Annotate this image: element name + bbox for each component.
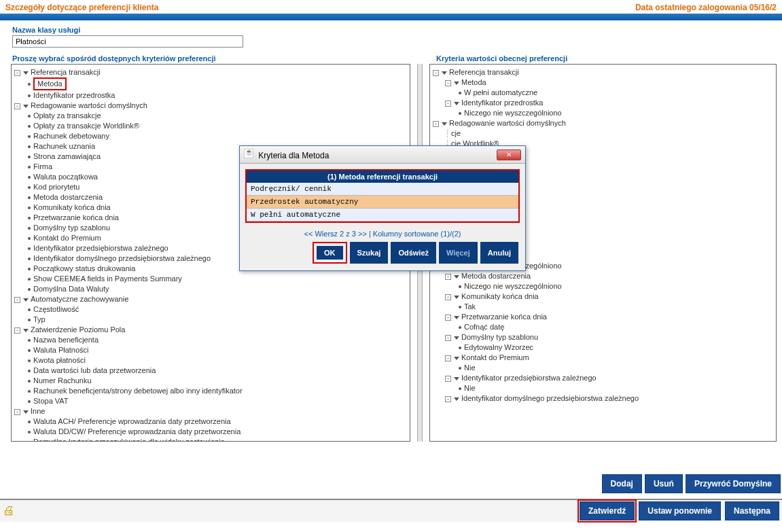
dialog-option[interactable]: Podręcznik/ cennik	[247, 183, 518, 196]
bullet-icon	[28, 258, 31, 260]
expand-icon[interactable]: -	[14, 409, 20, 415]
expand-icon[interactable]: -	[14, 70, 20, 76]
tree-node[interactable]: -Metoda dostarczenia	[430, 271, 776, 281]
tree-label: Identyfikator przedsiębiorstwa zależnego	[461, 374, 597, 382]
tree-label: Nie	[464, 363, 476, 372]
more-button[interactable]: Więcej	[439, 242, 478, 264]
tree-node[interactable]: Typ	[12, 315, 410, 325]
tree-node[interactable]: Domyślne kryteria przeszukiwania dla wid…	[12, 437, 410, 442]
tree-node[interactable]: -Inne	[12, 406, 410, 416]
confirm-button[interactable]: Zatwierdź	[580, 501, 635, 520]
tree-node[interactable]: Opłaty za transakcje	[12, 111, 410, 121]
expand-icon[interactable]: -	[445, 376, 451, 382]
tree-node[interactable]: Opłaty za transakcje Worldlink®	[12, 121, 410, 131]
tree-node[interactable]: -Redagowanie wartości domyślnych	[12, 101, 410, 111]
right-column-title: Kryteria wartości obecnej preferencji	[428, 53, 778, 64]
tree-node[interactable]: -Identyfikator domyślnego przedsiębiorst…	[430, 393, 776, 404]
ok-button[interactable]: OK	[317, 246, 343, 260]
tree-node[interactable]: -Identyfikator przedsiębiorstwa zależneg…	[430, 373, 776, 383]
tree-label: Stopa VAT	[33, 397, 69, 405]
tree-node[interactable]: -Redagowanie wartości domyślnych	[430, 118, 776, 128]
tree-node[interactable]: -Kontakt do Premium	[430, 353, 776, 363]
tree-node[interactable]: Show CEEMEA fields in Payments Summary	[12, 274, 410, 284]
expand-icon[interactable]: -	[445, 396, 451, 402]
expand-icon[interactable]: -	[14, 297, 20, 303]
chevron-down-icon	[23, 298, 29, 302]
expand-icon[interactable]: -	[433, 70, 439, 76]
tree-node[interactable]: Rachunek debetowany	[12, 131, 410, 141]
tree-label: Numer Rachunku	[33, 376, 92, 385]
tree-node[interactable]: -Przetwarzanie końca dnia	[430, 312, 776, 322]
expand-icon[interactable]: -	[445, 274, 451, 280]
tree-node[interactable]: -Zatwierdzenie Poziomu Pola	[12, 325, 410, 335]
search-button[interactable]: Szukaj	[350, 242, 389, 264]
ok-highlight: OK	[313, 242, 347, 264]
tree-node[interactable]: Stopa VAT	[12, 396, 410, 406]
refresh-button[interactable]: Odśwież	[391, 242, 436, 264]
tree-label: Strona zamawiająca	[33, 152, 101, 160]
reset-button[interactable]: Ustaw ponownie	[639, 501, 721, 520]
tree-node[interactable]: Metoda	[12, 77, 410, 90]
dialog-option[interactable]: W pełni automatyczne	[247, 209, 518, 221]
tree-node[interactable]: Niczego nie wyszczególniono	[430, 108, 776, 118]
tree-node[interactable]: Numer Rachunku	[12, 376, 410, 386]
tree-label: Metoda dostarczenia	[33, 193, 103, 201]
tree-node[interactable]: Identyfikator przedrostka	[12, 90, 410, 101]
tree-node[interactable]: ┊ cje	[430, 128, 776, 139]
expand-icon[interactable]: -	[445, 315, 451, 321]
tree-node[interactable]: Nie	[430, 383, 776, 393]
tree-node[interactable]: -Referencja transakcji	[12, 67, 410, 77]
tree-node[interactable]: -Komunikaty końca dnia	[430, 291, 776, 302]
expand-icon[interactable]: -	[14, 103, 20, 109]
next-button[interactable]: Następna	[725, 501, 779, 520]
service-class-input[interactable]	[12, 35, 243, 48]
bullet-icon	[28, 156, 31, 158]
tree-label: Niczego nie wyszczególniono	[464, 282, 562, 290]
delete-button[interactable]: Usuń	[645, 474, 683, 493]
tree-node[interactable]: -Identyfikator przedrostka	[430, 98, 776, 108]
tree-node[interactable]: Niczego nie wyszczególniono	[430, 281, 776, 291]
chevron-down-icon	[454, 102, 459, 105]
chevron-down-icon	[23, 410, 29, 414]
bullet-icon	[28, 339, 31, 342]
tree-label: Cofnąć datę	[464, 323, 504, 331]
close-icon[interactable]: ✕	[497, 149, 521, 160]
dialog-option-selected[interactable]: Przedrostek automatyczny	[247, 196, 518, 209]
expand-icon[interactable]: -	[445, 294, 451, 300]
page-title: Szczegóły dotyczące preferencji klienta	[5, 3, 158, 12]
tree-node[interactable]: -Metoda	[430, 77, 776, 88]
add-button[interactable]: Dodaj	[602, 474, 642, 493]
tree-node[interactable]: Waluta DD/CW/ Preferencje wprowadzania d…	[12, 427, 410, 437]
tree-node[interactable]: Cofnąć datę	[430, 322, 776, 332]
tree-node[interactable]: W pełni automatyczne	[430, 88, 776, 98]
expand-icon[interactable]: -	[445, 80, 451, 86]
tree-label: Tak	[464, 302, 476, 311]
tree-node[interactable]: -Referencja transakcji	[430, 67, 776, 77]
tree-node[interactable]: Rachunek beneficjenta/strony debetowej a…	[12, 386, 410, 396]
expand-icon[interactable]: -	[445, 355, 451, 361]
tree-label: Nie	[464, 384, 476, 392]
dialog-titlebar[interactable]: Kryteria dla Metoda ✕	[240, 146, 525, 164]
tree-node[interactable]: Tak	[430, 302, 776, 312]
cancel-button[interactable]: Anuluj	[480, 242, 518, 264]
bullet-icon	[28, 196, 31, 199]
expand-icon[interactable]: -	[445, 335, 451, 341]
bullet-icon	[28, 125, 31, 128]
tree-node[interactable]: Częstotliwość	[12, 304, 410, 315]
expand-icon[interactable]: -	[445, 101, 451, 107]
tree-node[interactable]: -Automatyczne zachowywanie	[12, 294, 410, 304]
expand-icon[interactable]: -	[14, 327, 20, 334]
tree-node[interactable]: Nazwa beneficjenta	[12, 335, 410, 345]
tree-node[interactable]: Nie	[430, 363, 776, 373]
tree-node[interactable]: Waluta ACH/ Preferencje wprowadzania dat…	[12, 416, 410, 427]
tree-node[interactable]: Data wartości lub data przetworzenia	[12, 366, 410, 376]
tree-node[interactable]: -Domyślny typ szablonu	[430, 332, 776, 342]
tree-node[interactable]: Domyślna Data Waluty	[12, 284, 410, 294]
tree-node[interactable]: Kwota płatności	[12, 355, 410, 366]
print-icon[interactable]	[3, 503, 18, 518]
bullet-icon	[28, 186, 31, 189]
restore-defaults-button[interactable]: Przywróć Domyślne	[686, 474, 781, 493]
tree-node[interactable]: Edytowalny Wzorzec	[430, 342, 776, 353]
tree-node[interactable]: Waluta Płatności	[12, 345, 410, 355]
expand-icon[interactable]: -	[433, 121, 439, 127]
